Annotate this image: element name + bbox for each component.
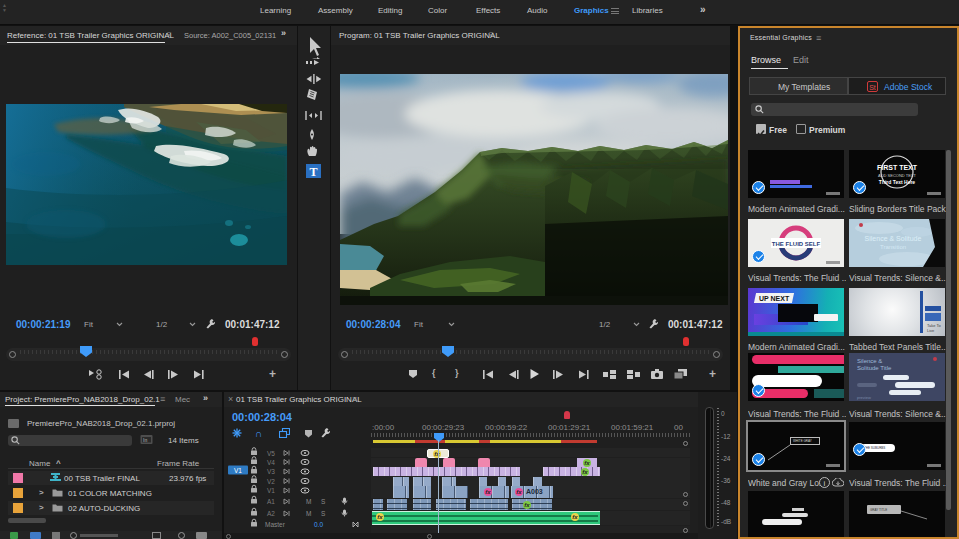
svg-text:0.0: 0.0 [314,521,323,528]
svg-text:M: M [306,498,311,505]
svg-text:In: In [143,437,147,443]
svg-text:V3: V3 [267,468,275,475]
svg-text:V5: V5 [267,450,275,457]
svg-text:ADD SECOND TEXT: ADD SECOND TEXT [878,173,916,178]
svg-text:Transition: Transition [880,244,906,250]
svg-text:Silence & Solitude: Silence & Solitude [865,235,922,242]
svg-text:FIRST TEXT: FIRST TEXT [877,164,918,171]
svg-text:Third Text Here: Third Text Here [879,179,916,185]
svg-text:V4: V4 [267,459,275,466]
svg-text:Master: Master [265,521,286,528]
svg-text:S: S [321,498,326,505]
svg-text:S: S [321,510,326,517]
svg-text:A1: A1 [267,498,275,505]
svg-text:A2: A2 [267,510,275,517]
svg-text:T: T [309,165,317,179]
svg-text:M: M [306,510,311,517]
svg-text:V1: V1 [234,467,242,474]
svg-text:THE FLUID SELF: THE FLUID SELF [772,241,821,247]
svg-text:V1: V1 [267,487,275,494]
svg-text:V2: V2 [267,478,275,485]
